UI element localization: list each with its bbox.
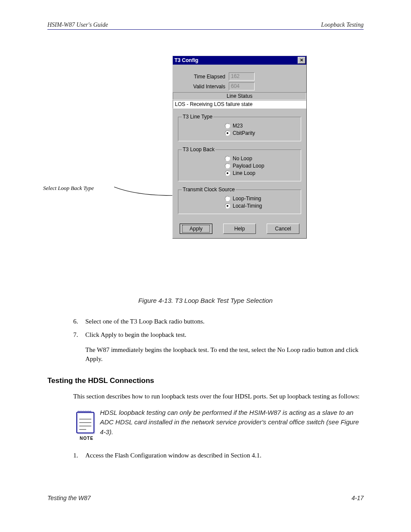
- paragraph-end-test: The W87 immediately begins the loopback …: [85, 345, 364, 364]
- help-button[interactable]: Help: [223, 224, 256, 234]
- cancel-button[interactable]: Cancel: [267, 224, 299, 234]
- annotation-label: Select Loop Back Type: [43, 185, 121, 192]
- radio-local-timing-label: Local-Timing: [233, 203, 262, 209]
- radio-no-loop-label: No Loop: [233, 156, 252, 162]
- radio-line-loop[interactable]: Line Loop: [225, 170, 297, 176]
- step-7: 7. Click Apply to begin the loopback tes…: [73, 330, 364, 339]
- header-left: HSIM-W87 User's Guide: [47, 22, 108, 28]
- section-intro: This section describes how to run loopba…: [73, 392, 364, 401]
- valid-intervals-field: 604: [229, 82, 255, 90]
- header-right: Loopback Testing: [321, 22, 364, 28]
- apply-button[interactable]: Apply: [180, 224, 212, 234]
- step-7-number: 7.: [73, 330, 85, 339]
- group-t3-loop-back: T3 Loop Back No Loop Payload Loop Line L…: [178, 146, 301, 181]
- radio-m23[interactable]: M23: [225, 123, 297, 129]
- footer-right: 4-17: [352, 495, 364, 501]
- note-block: NOTE HDSL loopback testing can only be p…: [73, 407, 364, 443]
- line-status-header: Line Status: [173, 93, 306, 100]
- radio-cbitparity-label: CbitParity: [233, 130, 255, 136]
- group-transmit-clock: Transmit Clock Source Loop-Timing Local-…: [178, 187, 301, 214]
- radio-line-loop-label: Line Loop: [233, 170, 255, 176]
- time-elapsed-field: 162: [229, 72, 255, 81]
- step-6-text: Select one of the T3 Loop Back radio but…: [85, 317, 205, 326]
- radio-payload-loop[interactable]: Payload Loop: [225, 163, 297, 169]
- group-clock-legend: Transmit Clock Source: [182, 187, 236, 193]
- group-t3-line-type: T3 Line Type M23 CbitParity: [178, 114, 301, 141]
- notepad-icon: [73, 407, 97, 436]
- radio-cbitparity[interactable]: CbitParity: [225, 130, 297, 136]
- dialog-title: T3 Config: [174, 57, 198, 63]
- line-status-value: LOS - Receiving LOS failure state: [173, 100, 306, 109]
- close-icon[interactable]: ✕: [298, 57, 305, 64]
- step-1-text: Access the Flash Configuration window as…: [85, 451, 262, 460]
- group-line-type-legend: T3 Line Type: [182, 114, 213, 120]
- footer-left: Testing the W87: [47, 495, 91, 501]
- step-6: 6. Select one of the T3 Loop Back radio …: [73, 317, 364, 326]
- valid-intervals-label: Valid Intervals: [178, 84, 229, 90]
- radio-m23-label: M23: [233, 123, 243, 129]
- step-7-text: Click Apply to begin the loopback test.: [85, 330, 187, 339]
- group-loop-back-legend: T3 Loop Back: [182, 146, 215, 152]
- step-1: 1. Access the Flash Configuration window…: [73, 451, 364, 460]
- step-6-number: 6.: [73, 317, 85, 326]
- radio-loop-timing[interactable]: Loop-Timing: [225, 196, 297, 202]
- radio-payload-loop-label: Payload Loop: [233, 163, 264, 169]
- section-title-hdsl: Testing the HDSL Connections: [47, 376, 364, 386]
- page-footer: Testing the W87 4-17: [47, 495, 364, 501]
- radio-local-timing[interactable]: Local-Timing: [225, 203, 297, 209]
- figure-caption: Figure 4-13. T3 Loop Back Test Type Sele…: [47, 297, 364, 304]
- note-text: HDSL loopback testing can only be perfor…: [100, 407, 364, 437]
- apply-button-label: Apply: [182, 225, 210, 233]
- page-header: HSIM-W87 User's Guide Loopback Testing: [47, 22, 364, 30]
- note-label: NOTE: [73, 436, 100, 442]
- t3-config-dialog: T3 Config ✕ Time Elapsed 162 Valid Inter…: [172, 56, 307, 239]
- radio-no-loop[interactable]: No Loop: [225, 156, 297, 162]
- step-1-number: 1.: [73, 451, 85, 460]
- radio-loop-timing-label: Loop-Timing: [233, 196, 261, 202]
- dialog-titlebar[interactable]: T3 Config ✕: [173, 56, 306, 65]
- time-elapsed-label: Time Elapsed: [178, 74, 229, 80]
